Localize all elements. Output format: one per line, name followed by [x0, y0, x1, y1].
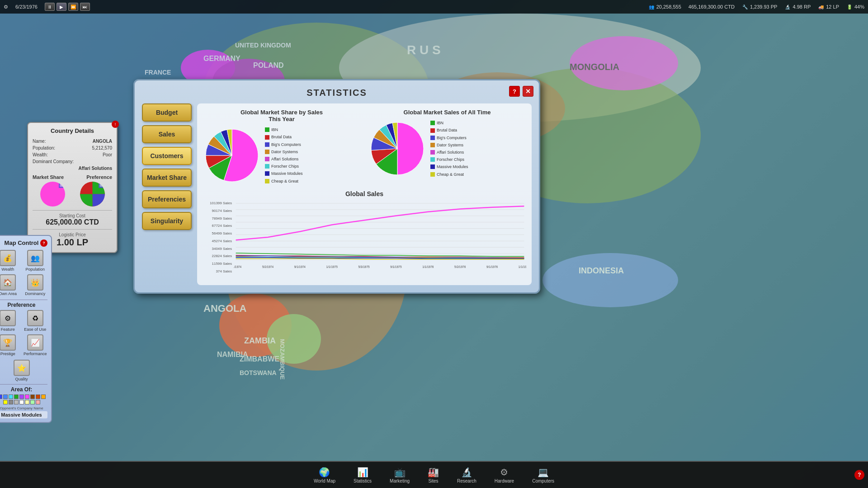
legend-item: Massive Modules: [265, 170, 303, 177]
y-axis: 101399 Sales90174 Sales78949 Sales67724 …: [203, 201, 232, 280]
bottom-research[interactable]: 🔬 Research: [457, 467, 476, 483]
color-swatch[interactable]: [25, 400, 29, 404]
preference-circle-wrap[interactable]: ⊞: [80, 182, 105, 206]
fast-forward-btn[interactable]: ⏩: [68, 3, 78, 11]
color-swatch[interactable]: [19, 394, 24, 399]
performance-icon: 📈: [27, 334, 43, 351]
map-control-panel: ? Map Control 💰 Wealth 👥 Population 🏠 Ow…: [0, 235, 52, 423]
statistics-label: Statistics: [354, 479, 372, 483]
fast-fast-btn[interactable]: ⏭: [80, 3, 90, 11]
mc-ease-of-use[interactable]: ♻ Ease of Use: [23, 310, 48, 332]
svg-text:9/1/1975: 9/1/1975: [390, 265, 401, 268]
y-axis-label: 45274 Sales: [203, 239, 232, 243]
battery-display: 🔋 44%: [846, 4, 864, 10]
prestige-icon: 🏆: [0, 334, 16, 351]
help-btn-bottom[interactable]: ?: [854, 470, 864, 480]
research-icon: 🔬: [461, 467, 472, 478]
mc-own-area[interactable]: 🏠 Own Area: [0, 274, 20, 296]
bottom-hardware[interactable]: ⚙ Hardware: [495, 467, 514, 483]
modal-nav: Budget Sales Customers Market Share Pref…: [142, 103, 192, 285]
mc-dominancy[interactable]: 👑 Dominancy: [23, 274, 48, 296]
lp-display: 🚚 12 LP: [818, 4, 839, 10]
pie-chart-2: [368, 119, 427, 178]
legend-item: Brutal Data: [265, 133, 303, 141]
bottom-computers[interactable]: 💻 Computers: [532, 467, 554, 483]
nav-market-share[interactable]: Market Share: [142, 169, 192, 187]
pause-btn[interactable]: ⏸: [45, 3, 55, 11]
pie-chart-1: [203, 126, 261, 185]
mc-feature[interactable]: ⚙ Feature: [0, 310, 20, 332]
chart-section-1: Global Market Share by SalesThis Year IB…: [203, 109, 361, 185]
color-swatch[interactable]: [3, 400, 8, 404]
svg-text:5/3/1975: 5/3/1975: [358, 265, 369, 268]
ease-icon: ♻: [27, 310, 43, 326]
y-axis-label: 78949 Sales: [203, 216, 232, 221]
preference-circle: ⊞: [80, 182, 105, 206]
color-swatch[interactable]: [19, 400, 24, 404]
ease-label: Ease of Use: [24, 327, 46, 332]
nav-sales[interactable]: Sales: [142, 125, 192, 143]
quality-label: Quality: [15, 377, 28, 381]
color-swatch[interactable]: [25, 394, 29, 399]
bottom-bar: 🌍 World Map 📊 Statistics 📺 Marketing 🏭 S…: [0, 461, 868, 488]
legend-item: Cheap & Great: [265, 178, 303, 185]
color-swatch[interactable]: [41, 394, 46, 399]
svg-text:1/1/1974: 1/1/1974: [234, 265, 241, 268]
color-swatch[interactable]: [36, 400, 40, 404]
line-chart-section: Global Sales 101399 Sales90174 Sales7894…: [203, 190, 526, 280]
legend-2: IBNBrutal DataBig's ComputersDator Syste…: [430, 119, 468, 178]
mc-quality[interactable]: ⭐ Quality: [14, 360, 30, 381]
ctd-display: 465,169,300.00 CTD: [689, 4, 735, 9]
color-swatch[interactable]: [30, 394, 35, 399]
legend-item: Forscher Chips: [430, 156, 468, 163]
color-swatch[interactable]: [0, 394, 2, 399]
statistics-modal: STATISTICS ? ✕ Budget Sales Customers Ma…: [133, 79, 540, 294]
y-axis-label: 101399 Sales: [203, 201, 232, 205]
bottom-sites[interactable]: 🏭 Sites: [428, 467, 439, 483]
map-control-help-btn[interactable]: ?: [40, 239, 47, 247]
color-swatch[interactable]: [3, 394, 8, 399]
bottom-statistics[interactable]: 📊 Statistics: [354, 467, 372, 483]
mc-prestige[interactable]: 🏆 Prestige: [0, 334, 20, 356]
mc-wealth[interactable]: 💰 Wealth: [0, 250, 20, 272]
top-bar: ⚙ 6/23/1976 ⏸ ▶ ⏩ ⏭ 👥 20,258,555 465,169…: [0, 0, 868, 14]
bottom-world-map[interactable]: 🌍 World Map: [314, 467, 335, 483]
world-map-icon: 🌍: [319, 467, 330, 478]
color-swatch[interactable]: [9, 400, 13, 404]
nav-singularity[interactable]: Singularity: [142, 212, 192, 230]
line-chart-title: Global Sales: [203, 190, 526, 197]
sites-icon: 🏭: [428, 467, 439, 478]
gear-icon-topbar[interactable]: ⚙: [4, 4, 8, 10]
legend-item: IBN: [430, 119, 468, 127]
color-swatch[interactable]: [30, 400, 35, 404]
own-area-label: Own Area: [0, 291, 17, 296]
chart-section-2: Global Market Sales of All Time IBNBruta…: [368, 109, 526, 185]
color-swatch[interactable]: [36, 394, 40, 399]
color-swatch[interactable]: [14, 394, 19, 399]
nav-preferencies[interactable]: Preferencies: [142, 190, 192, 208]
svg-point-11: [542, 253, 678, 307]
transport-controls: ⏸ ▶ ⏩ ⏭: [45, 3, 90, 11]
y-axis-label: 90174 Sales: [203, 209, 232, 213]
hardware-icon: ⚙: [500, 467, 508, 478]
population-label: Population: [25, 267, 45, 272]
modal-help-btn[interactable]: ?: [509, 86, 520, 97]
svg-text:INDONESIA: INDONESIA: [579, 266, 624, 275]
mc-performance[interactable]: 📈 Performance: [23, 334, 48, 356]
bottom-marketing[interactable]: 📺 Marketing: [390, 467, 410, 483]
modal-close-btn[interactable]: ✕: [523, 86, 533, 97]
color-swatch[interactable]: [14, 400, 19, 404]
market-share-circle-wrap[interactable]: ⊞: [40, 182, 65, 206]
pie1-with-legend: IBNBrutal DataBig's ComputersDator Syste…: [203, 126, 361, 185]
pref-grid: ⚙ Feature ♻ Ease of Use 🏆 Prestige 📈 Per…: [0, 310, 47, 356]
color-swatch[interactable]: [9, 394, 13, 399]
mc-population[interactable]: 👥 Population: [23, 250, 48, 272]
legend-1: IBNBrutal DataBig's ComputersDator Syste…: [265, 126, 303, 185]
legend-item: Dator Systems: [265, 148, 303, 155]
modal-title: STATISTICS: [142, 88, 532, 98]
country-name: ANGOLA: [93, 138, 112, 145]
play-btn[interactable]: ▶: [57, 3, 66, 11]
nav-budget[interactable]: Budget: [142, 103, 192, 122]
nav-customers[interactable]: Customers: [142, 147, 192, 165]
svg-text:9/1/1974: 9/1/1974: [294, 265, 306, 268]
